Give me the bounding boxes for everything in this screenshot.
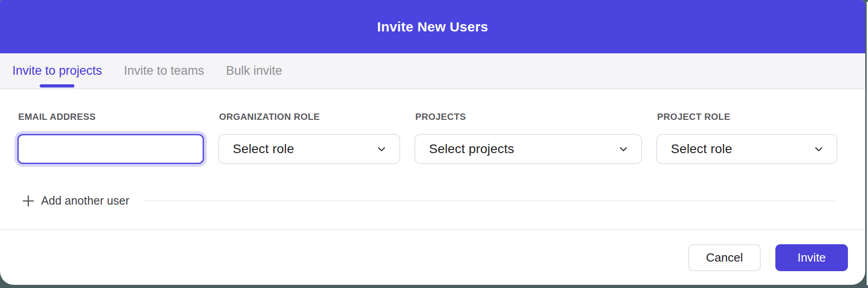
tab-label: Bulk invite [226,64,282,78]
tab-label: Invite to teams [124,64,204,78]
email-address-field-group: EMAIL ADDRESS [17,112,204,164]
projects-label: PROJECTS [415,112,642,122]
add-another-user-button[interactable]: Add another user [22,194,129,207]
tab-bulk-invite[interactable]: Bulk invite [226,53,282,88]
tab-invite-to-projects[interactable]: Invite to projects [12,53,102,88]
tab-bar: Invite to projects Invite to teams Bulk … [0,53,865,89]
organization-role-field-group: ORGANIZATION ROLE Select role [218,112,400,164]
modal-title: Invite New Users [377,19,488,35]
screen-backdrop: Invite New Users Invite to projects Invi… [0,0,868,288]
row-divider [144,201,835,201]
modal-footer: Cancel Invite [0,230,865,285]
organization-role-label: ORGANIZATION ROLE [219,112,400,122]
invite-button[interactable]: Invite [775,244,848,271]
email-address-input[interactable] [17,134,204,164]
project-role-field-group: PROJECT ROLE Select role [656,112,837,164]
active-tab-indicator [40,84,74,87]
select-value: Select projects [429,142,514,156]
add-another-user-label: Add another user [41,194,129,207]
tab-invite-to-teams[interactable]: Invite to teams [124,53,204,88]
cancel-button[interactable]: Cancel [688,244,761,271]
plus-icon [22,195,35,207]
email-address-label: EMAIL ADDRESS [18,112,204,122]
project-role-label: PROJECT ROLE [657,112,837,122]
invite-users-modal: Invite New Users Invite to projects Invi… [0,0,865,285]
projects-field-group: PROJECTS Select projects [414,112,642,164]
organization-role-select[interactable]: Select role [218,134,400,164]
tab-label: Invite to projects [12,64,102,78]
invite-form: EMAIL ADDRESS ORGANIZATION ROLE Select r… [0,89,865,207]
select-value: Select role [233,142,294,156]
user-invite-row: EMAIL ADDRESS ORGANIZATION ROLE Select r… [17,112,848,164]
chevron-down-icon [376,143,387,155]
project-role-select[interactable]: Select role [656,134,837,164]
select-value: Select role [671,142,732,156]
add-user-row: Add another user [17,194,848,207]
chevron-down-icon [813,143,825,155]
modal-header: Invite New Users [0,0,865,53]
chevron-down-icon [617,143,629,155]
projects-select[interactable]: Select projects [414,134,642,164]
